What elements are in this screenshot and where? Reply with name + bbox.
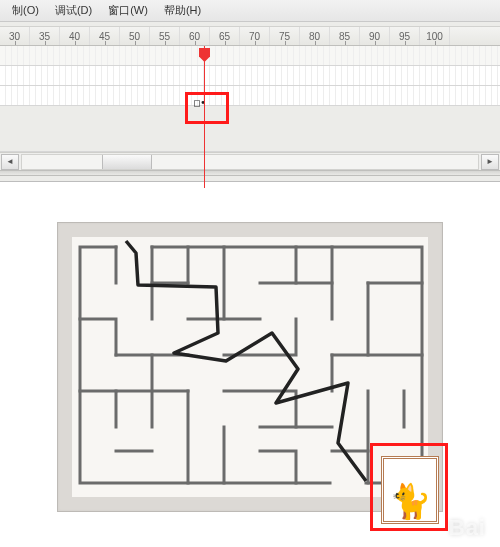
ruler-tick: 95: [390, 27, 420, 45]
timeline-layer-row[interactable]: [0, 46, 500, 66]
ruler-tick: 55: [150, 27, 180, 45]
ruler-tick: 85: [330, 27, 360, 45]
ruler-tick: 50: [120, 27, 150, 45]
timeline-layer-row[interactable]: [0, 66, 500, 86]
stage-area: 🐈: [0, 222, 500, 512]
panel-separator: [0, 170, 500, 176]
timeline-playhead-line: [204, 46, 205, 188]
menu-item-control[interactable]: 制(O): [4, 3, 47, 18]
ruler-tick: 90: [360, 27, 390, 45]
timeline-panel: 30 35 40 45 50 55 60 65 70 75 80 85 90 9…: [0, 22, 500, 182]
ruler-tick: 100: [420, 27, 450, 45]
scroll-left-button[interactable]: ◄: [1, 154, 19, 170]
menu-bar: 制(O) 调试(D) 窗口(W) 帮助(H): [0, 0, 500, 22]
menu-item-debug[interactable]: 调试(D): [47, 3, 100, 18]
ruler-tick: 75: [270, 27, 300, 45]
cat-icon: 🐈: [389, 481, 431, 521]
scroll-track[interactable]: [21, 154, 479, 170]
ruler-tick: 35: [30, 27, 60, 45]
ruler-tick: 60: [180, 27, 210, 45]
timeline-empty-area: [0, 106, 500, 152]
ruler-tick: 70: [240, 27, 270, 45]
blank-area: [0, 182, 500, 222]
ruler-tick: 40: [60, 27, 90, 45]
menu-item-window[interactable]: 窗口(W): [100, 3, 156, 18]
scroll-right-button[interactable]: ►: [481, 154, 499, 170]
timeline-layer-row[interactable]: [0, 86, 500, 106]
timeline-scrollbar: ◄ ►: [0, 152, 500, 170]
ruler-tick: 80: [300, 27, 330, 45]
ruler-tick: 65: [210, 27, 240, 45]
cat-sprite[interactable]: 🐈: [381, 456, 439, 524]
timeline-tracks[interactable]: □•: [0, 46, 500, 152]
maze-image: 🐈: [57, 222, 443, 512]
scroll-thumb[interactable]: [102, 155, 152, 169]
timeline-ruler[interactable]: 30 35 40 45 50 55 60 65 70 75 80 85 90 9…: [0, 26, 500, 46]
menu-item-help[interactable]: 帮助(H): [156, 3, 209, 18]
annotation-highlight-cat: 🐈: [370, 443, 448, 531]
ruler-tick: 30: [0, 27, 30, 45]
ruler-tick: 45: [90, 27, 120, 45]
watermark: Bai: [449, 515, 486, 541]
